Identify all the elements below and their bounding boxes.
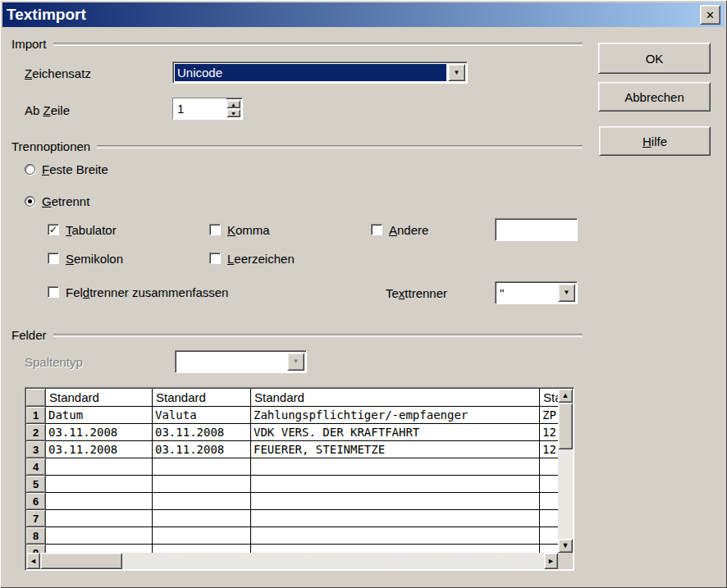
table-cell: [251, 510, 540, 527]
table-row: 8: [26, 527, 558, 545]
other-option[interactable]: Andere: [371, 221, 428, 238]
vertical-scrollbar[interactable]: ▲ ▼: [558, 389, 573, 553]
table-cell: 03.11.2008: [46, 424, 153, 441]
scroll-up-button[interactable]: ▲: [558, 389, 573, 403]
column-type-dropdown-button: ▼: [287, 353, 304, 371]
text-delimiter-dropdown-button[interactable]: ▼: [558, 284, 575, 302]
table-row: 5: [26, 476, 558, 493]
row-number: 1: [26, 407, 46, 424]
table-cell: [540, 458, 558, 476]
column-header[interactable]: Standard: [153, 389, 251, 407]
text-delimiter-value: ": [496, 282, 556, 303]
semicolon-checkbox[interactable]: [48, 253, 59, 264]
table-cell: [153, 476, 251, 493]
comma-checkbox[interactable]: [209, 224, 221, 235]
space-checkbox[interactable]: [209, 253, 221, 264]
column-header[interactable]: Standard: [540, 389, 558, 407]
table-cell: ZP: [540, 407, 558, 424]
fixed-width-radio[interactable]: [25, 164, 35, 175]
fixed-width-option[interactable]: Feste Breite: [25, 161, 108, 177]
chevron-down-icon: ▼: [293, 358, 299, 365]
comma-option[interactable]: Komma: [209, 221, 270, 238]
separated-option[interactable]: Getrennt: [25, 193, 89, 209]
chevron-down-icon: ▼: [231, 111, 236, 116]
table-cell: 12: [540, 424, 558, 441]
separator-section-separator: Trennoptionen: [11, 139, 583, 153]
table-cell: FEUERER, STEINMETZE: [251, 441, 540, 458]
charset-dropdown-button[interactable]: ▼: [448, 64, 465, 81]
table-cell: [251, 545, 540, 553]
horizontal-scrollbar-thumb[interactable]: [40, 553, 122, 569]
merge-delimiters-checkbox[interactable]: [48, 286, 59, 298]
table-cell: [46, 458, 153, 476]
row-number: 3: [26, 441, 46, 458]
tab-option[interactable]: ✓ Tabulator: [48, 221, 117, 238]
space-option[interactable]: Leerzeichen: [209, 250, 295, 267]
table-cell: [251, 493, 540, 510]
text-delimiter-combobox[interactable]: " ▼: [495, 281, 578, 304]
scroll-right-button[interactable]: ►: [544, 553, 558, 569]
close-icon: ✕: [706, 9, 715, 21]
preview-table: Standard Standard Standard Standard 1 Da…: [25, 387, 574, 571]
help-button-label: Hilfe: [642, 134, 667, 148]
help-button[interactable]: Hilfe: [599, 126, 711, 156]
scroll-up-icon: ▲: [562, 392, 569, 399]
column-header[interactable]: Standard: [46, 389, 153, 407]
scroll-down-icon: ▼: [562, 542, 569, 549]
vertical-scrollbar-thumb[interactable]: [558, 403, 573, 449]
scroll-down-button[interactable]: ▼: [558, 539, 573, 553]
close-button[interactable]: ✕: [700, 5, 720, 25]
row-number: 7: [26, 510, 46, 527]
table-cell: [540, 545, 558, 553]
separated-radio[interactable]: [25, 196, 35, 207]
import-section-label: Import: [11, 37, 47, 51]
column-type-combobox: ▼: [175, 350, 307, 373]
import-section-separator: Import: [11, 36, 583, 51]
tab-checkbox[interactable]: ✓: [48, 224, 59, 235]
other-label: Andere: [389, 223, 428, 237]
separated-label: Getrennt: [42, 194, 89, 208]
other-separator-input[interactable]: [495, 218, 578, 241]
spin-down-button[interactable]: ▼: [226, 109, 240, 117]
separator-section-label: Trennoptionen: [11, 139, 90, 153]
other-checkbox[interactable]: [371, 224, 382, 235]
table-cell: [251, 458, 540, 476]
merge-delimiters-label: Feldtrenner zusammenfassen: [66, 285, 228, 299]
row-number: 6: [26, 493, 46, 510]
preview-grid: Standard Standard Standard Standard 1 Da…: [26, 389, 558, 553]
scrollbar-corner: [558, 553, 573, 569]
merge-delimiters-option[interactable]: Feldtrenner zusammenfassen: [48, 284, 228, 300]
tab-label: Tabulator: [66, 223, 117, 237]
table-cell: [153, 545, 251, 553]
from-row-spinner: ▲ ▼: [172, 98, 243, 120]
table-cell: [153, 527, 251, 545]
cancel-button[interactable]: Abbrechen: [598, 82, 711, 112]
table-row: 2 03.11.2008 03.11.2008 VDK VERS. DER KR…: [26, 424, 558, 441]
table-cell: 03.11.2008: [153, 441, 251, 458]
table-cell: [251, 527, 540, 545]
table-cell: Zahlungspflichtiger/-empfaenger: [251, 407, 540, 424]
ok-button[interactable]: OK: [598, 43, 711, 74]
horizontal-scrollbar[interactable]: ◄ ►: [26, 553, 558, 569]
table-row: 9: [26, 545, 558, 553]
header-row: Standard Standard Standard Standard: [26, 389, 558, 407]
table-cell: [46, 527, 153, 545]
spin-buttons: ▲ ▼: [226, 100, 240, 117]
title-bar: Textimport ✕: [2, 2, 725, 27]
table-cell: Valuta: [153, 407, 251, 424]
row-number: 5: [26, 476, 46, 493]
charset-combobox[interactable]: Unicode ▼: [172, 62, 468, 84]
semicolon-label: Semikolon: [66, 252, 123, 266]
scroll-left-icon: ◄: [30, 558, 37, 565]
table-cell: [46, 493, 153, 510]
spin-up-button[interactable]: ▲: [226, 100, 240, 108]
cancel-button-label: Abbrechen: [624, 90, 684, 104]
from-row-input[interactable]: [173, 98, 226, 119]
charset-label: Zeichensatz: [25, 66, 91, 80]
scroll-left-button[interactable]: ◄: [26, 553, 40, 569]
column-header[interactable]: Standard: [251, 389, 540, 407]
fixed-width-label: Feste Breite: [42, 162, 108, 176]
semicolon-option[interactable]: Semikolon: [48, 250, 123, 267]
chevron-down-icon: ▼: [564, 289, 570, 296]
column-type-label: Spaltentyp: [25, 355, 83, 369]
